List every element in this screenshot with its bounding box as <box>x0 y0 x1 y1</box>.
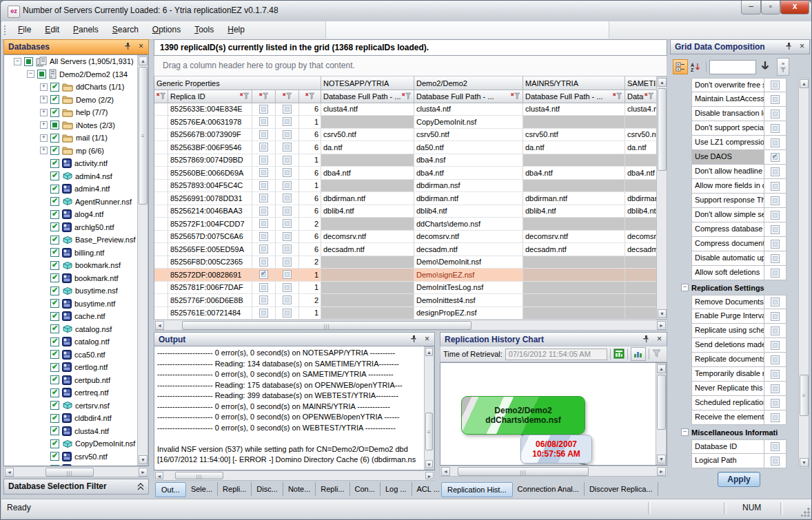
tree-checkbox[interactable] <box>50 159 59 168</box>
grid-cell[interactable]: 852572DF:00828691 <box>168 269 252 282</box>
grid-cell[interactable]: 8525781F:006F7DAF <box>168 282 252 295</box>
tree-checkbox[interactable] <box>50 185 59 194</box>
grid-cell-path[interactable] <box>321 307 414 320</box>
composition-item-checkbox-cell[interactable] <box>764 92 786 107</box>
tree-checkbox[interactable] <box>50 414 59 423</box>
tree-hscrollbar[interactable]: ◄ ||| ► <box>3 466 149 477</box>
column-header[interactable] <box>252 90 276 103</box>
tab-sele[interactable]: Sele... <box>186 482 218 496</box>
grid-cell[interactable]: 2 <box>299 256 321 269</box>
row-checkbox[interactable] <box>259 168 268 177</box>
chart-hscroll-thumb[interactable]: ||| <box>458 467 589 476</box>
composition-item-checkbox-cell[interactable] <box>764 251 786 266</box>
tree-checkbox[interactable] <box>50 312 59 321</box>
composition-checkbox[interactable] <box>771 413 780 422</box>
pin-icon[interactable] <box>409 335 418 344</box>
grid-cell-path[interactable] <box>321 180 414 193</box>
pin-icon[interactable] <box>123 42 132 52</box>
composition-item-checkbox-cell[interactable] <box>764 194 786 208</box>
grid-cell-checkbox[interactable] <box>252 205 276 218</box>
grid-cell-path[interactable]: DemoInittest4.nsf <box>414 294 523 307</box>
grid-cell[interactable] <box>154 269 168 282</box>
row-checkbox[interactable] <box>259 130 268 139</box>
tree-item[interactable]: Base_Preview.nsf <box>4 233 148 247</box>
grid-cell-path[interactable]: da50.ntf <box>414 141 523 154</box>
grid-cell-checkbox[interactable] <box>252 256 276 269</box>
tree-item[interactable]: archlg50.ntf <box>4 221 148 234</box>
grid-cell-path[interactable]: dba4.ntf <box>321 167 414 180</box>
tree-item[interactable]: certlog.ntf <box>4 361 148 374</box>
row-checkbox[interactable] <box>283 156 292 165</box>
row-checkbox[interactable] <box>259 232 268 241</box>
composition-item-checkbox-cell[interactable] <box>764 121 786 136</box>
tree-checkbox[interactable] <box>50 324 59 333</box>
grid-cell-checkbox[interactable] <box>276 103 299 116</box>
pin-icon[interactable] <box>784 42 793 52</box>
composition-checkbox[interactable] <box>771 326 780 335</box>
grid-cell-path[interactable] <box>625 256 657 269</box>
row-checkbox[interactable] <box>259 194 268 202</box>
composition-item-checkbox-cell[interactable] <box>764 454 786 468</box>
column-header[interactable]: Database Full Path - ... <box>414 90 523 103</box>
tree-checkbox[interactable] <box>50 222 59 231</box>
grid-cell-path[interactable]: clusta4.ntf <box>523 103 625 116</box>
composition-checkbox[interactable] <box>771 225 780 234</box>
tree-expander-icon[interactable]: + <box>40 83 48 91</box>
grid-cell-checkbox[interactable] <box>252 167 276 180</box>
tree-item[interactable]: certpub.ntf <box>4 374 148 387</box>
composition-group-header[interactable]: −Miscellaneous Informati <box>680 425 798 439</box>
scroll-left-icon[interactable]: ◄ <box>155 321 164 330</box>
expand-tree-icon[interactable] <box>673 59 688 74</box>
tree-item[interactable]: +ddCharts (1/1) <box>4 81 148 94</box>
grid-cell[interactable]: 85256214:0046BAA3 <box>168 205 252 218</box>
grid-row[interactable]: 85257869:0074D9BD1dba4.nsf <box>154 154 667 167</box>
tree-item[interactable]: +Demo (2/2) <box>4 94 148 107</box>
grid-cell[interactable]: 1 <box>299 154 321 167</box>
composition-item[interactable]: Receive the elements <box>680 410 798 425</box>
grid-cell[interactable] <box>154 192 168 205</box>
grid-cell-path[interactable]: da.ntf <box>321 141 414 154</box>
collapse-icon[interactable]: − <box>681 284 689 291</box>
row-checkbox[interactable] <box>283 270 292 279</box>
grid-cell-path[interactable] <box>625 269 657 282</box>
grid-row[interactable]: 852572F1:004FCDD72ddCharts\demo.nsf <box>154 218 667 231</box>
row-checkbox[interactable] <box>283 117 292 126</box>
row-checkbox[interactable] <box>283 181 292 190</box>
grid-cell[interactable]: 85256991:0078DD31 <box>168 192 252 205</box>
composition-item-checkbox-cell[interactable] <box>764 107 786 121</box>
grid-cell-path[interactable]: decsadm.ntf <box>523 243 625 256</box>
composition-item-checkbox-cell[interactable] <box>764 309 786 324</box>
row-checkbox[interactable] <box>283 168 292 177</box>
tree-checkbox[interactable] <box>50 350 59 359</box>
composition-checkbox[interactable] <box>771 442 780 451</box>
grid-cell-path[interactable] <box>321 116 414 129</box>
scroll-down-icon[interactable]: ▼ <box>657 455 666 464</box>
close-button[interactable]: x <box>780 1 809 14</box>
composition-item-checkbox-cell[interactable] <box>764 179 786 194</box>
tree-checkbox[interactable] <box>50 261 59 270</box>
row-checkbox[interactable] <box>259 309 268 318</box>
grid-cell[interactable] <box>154 231 168 244</box>
column-group-server[interactable]: NOTESAPP/YTRIA <box>321 76 414 90</box>
composition-item[interactable]: Temporarily disable repli <box>680 367 798 382</box>
menu-file[interactable]: File <box>11 21 38 39</box>
menu-tools[interactable]: Tools <box>187 21 221 39</box>
tree-item[interactable]: bookmark.ntf <box>4 272 148 285</box>
composition-checkbox[interactable] <box>771 370 780 379</box>
row-checkbox[interactable] <box>283 295 292 304</box>
composition-item-checkbox-cell[interactable] <box>764 222 786 237</box>
grid-cell[interactable]: 85256F8D:005C2365 <box>168 256 252 269</box>
grid-cell[interactable]: 6 <box>299 231 321 244</box>
grid-cell-path[interactable]: dblib4.ntf <box>625 205 657 218</box>
tab-out[interactable]: Out... <box>155 482 186 497</box>
grid-cell[interactable]: 6 <box>299 103 321 116</box>
tree-item[interactable]: cldbdir4.ntf <box>4 412 148 425</box>
grid-cell-path[interactable]: dbdirman.ntf <box>321 192 414 205</box>
grid-cell[interactable]: 8525657D:0075C6A6 <box>168 231 252 244</box>
composition-checkbox[interactable] <box>771 110 780 118</box>
output-hscroll-thumb[interactable]: ||| <box>175 472 223 479</box>
grid-cell-checkbox[interactable] <box>252 243 276 256</box>
grid-cell-path[interactable] <box>321 154 414 167</box>
tree-expander-icon[interactable]: + <box>40 147 48 154</box>
scroll-left-icon[interactable]: ◄ <box>5 468 14 477</box>
